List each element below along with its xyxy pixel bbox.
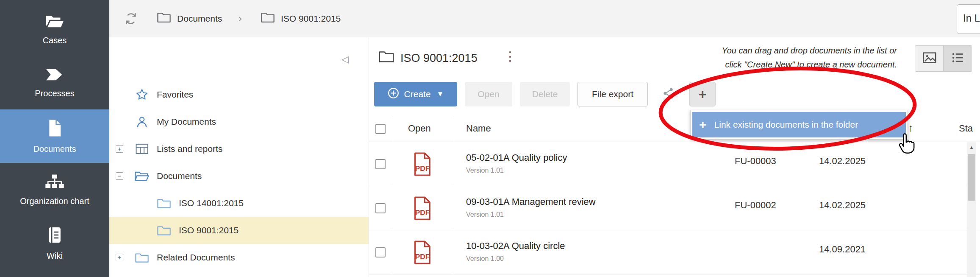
drag-drop-hint: You can drag and drop documents in the l… xyxy=(660,44,897,72)
tree-item-label: Related Documents xyxy=(157,252,235,263)
pdf-file-icon[interactable]: PDF xyxy=(413,241,432,266)
scrollbar-thumb[interactable] xyxy=(968,154,975,201)
document-date: 14.02.2025 xyxy=(819,156,866,167)
sort-ascending-icon[interactable]: ↑ xyxy=(908,122,913,134)
tree-item-iso9001-selected[interactable]: ISO 9001:2015 xyxy=(109,217,369,244)
sidebar-item-documents[interactable]: Documents xyxy=(0,109,109,163)
folder-icon xyxy=(157,12,171,25)
tree-item-label: My Documents xyxy=(157,117,216,127)
tree-item-iso14001[interactable]: ISO 14001:2015 xyxy=(109,190,369,217)
image-view-icon xyxy=(922,50,937,67)
sidebar-item-label: Processes xyxy=(35,89,74,98)
hint-line-2: click "Create New" to create a new docum… xyxy=(660,58,897,72)
document-version: Version 1.00 xyxy=(466,255,504,263)
row-checkbox[interactable] xyxy=(375,247,386,257)
search-input[interactable]: In L xyxy=(957,4,980,34)
toolbar: Create ▼ Open Delete File export + xyxy=(374,82,716,106)
breadcrumb-iso9001[interactable]: ISO 9001:2015 xyxy=(261,12,341,25)
tree-item-favorites[interactable]: Favorites xyxy=(109,81,369,108)
sidebar-item-label: Wiki xyxy=(47,251,63,260)
menu-item-link-existing[interactable]: + Link existing documents in the folder xyxy=(692,112,906,137)
tree-item-label: ISO 9001:2015 xyxy=(179,225,239,235)
document-name[interactable]: 05-02-01A Quality policy xyxy=(466,152,567,163)
pdf-file-icon[interactable]: PDF xyxy=(413,196,432,222)
table-row[interactable]: PDF 09-03-01A Management review Version … xyxy=(369,186,980,230)
tree-item-documents[interactable]: − Documents xyxy=(109,162,369,190)
document-id: FU-00002 xyxy=(735,200,776,211)
expand-plus-icon[interactable]: + xyxy=(116,254,123,261)
create-button-label: Create xyxy=(404,89,431,99)
column-header-open[interactable]: Open xyxy=(408,123,431,134)
row-checkbox[interactable] xyxy=(375,159,386,169)
pdf-label: PDF xyxy=(415,208,430,217)
person-icon xyxy=(134,115,150,128)
folder-icon xyxy=(134,252,150,263)
list-view-icon xyxy=(950,50,965,67)
create-button[interactable]: Create ▼ xyxy=(374,82,457,106)
tree-item-lists-and-reports[interactable]: + Lists and reports xyxy=(109,135,369,162)
collapse-minus-icon[interactable]: − xyxy=(116,172,123,180)
refresh-icon[interactable] xyxy=(124,11,138,26)
tree-item-label: Lists and reports xyxy=(157,144,222,154)
document-table: Open Name ↑ Sta PDF 05-02-01A Quality po… xyxy=(369,116,980,277)
tree-item-my-documents[interactable]: My Documents xyxy=(109,108,369,135)
document-name[interactable]: 09-03-01A Management review xyxy=(466,196,596,207)
column-divider xyxy=(393,116,393,274)
breadcrumb-label: Documents xyxy=(177,14,222,24)
tree-item-related-documents[interactable]: + Related Documents xyxy=(109,244,369,271)
folder-tree: Favorites My Documents + xyxy=(109,81,369,271)
kebab-menu-icon[interactable]: ⋮ xyxy=(504,49,516,64)
document-name[interactable]: 10-03-02A Quality circle xyxy=(466,241,565,252)
share-button[interactable] xyxy=(655,82,682,106)
link-documents-dropdown: + Link existing documents in the folder xyxy=(690,110,908,140)
menu-item-label: Link existing documents in the folder xyxy=(714,120,858,130)
scroll-up-arrow-icon[interactable]: ▲ xyxy=(967,142,976,152)
pdf-label: PDF xyxy=(415,164,430,173)
hint-line-1: You can drag and drop documents in the l… xyxy=(660,44,897,58)
tree-item-label: ISO 14001:2015 xyxy=(179,198,244,208)
breadcrumb-label: ISO 9001:2015 xyxy=(281,14,341,24)
tile-view-button[interactable] xyxy=(916,45,944,72)
column-header-status[interactable]: Sta xyxy=(959,123,973,134)
folder-icon xyxy=(261,12,275,25)
breadcrumb-chevron-icon: › xyxy=(238,12,242,25)
sidebar-item-cases[interactable]: Cases xyxy=(0,3,109,56)
expand-plus-icon[interactable]: + xyxy=(116,145,123,153)
collapse-panel-icon[interactable]: ◁ xyxy=(341,54,349,65)
cases-folder-icon xyxy=(45,14,64,31)
sidebar-item-processes[interactable]: Processes xyxy=(0,56,109,109)
row-checkbox[interactable] xyxy=(375,203,386,213)
tree-item-label: Documents xyxy=(157,171,202,181)
panel-title: ISO 9001:2015 xyxy=(400,52,478,65)
list-view-button[interactable] xyxy=(944,45,972,72)
document-id: FU-00003 xyxy=(735,156,776,167)
table-row[interactable]: PDF 05-02-01A Quality policy Version 1.0… xyxy=(369,142,980,186)
document-version: Version 1.01 xyxy=(466,167,504,174)
share-icon xyxy=(662,87,675,102)
processes-arrow-icon xyxy=(45,68,64,84)
sidebar-item-label: Cases xyxy=(43,36,67,45)
document-version: Version 1.01 xyxy=(466,211,504,218)
view-toggle-group xyxy=(916,45,972,72)
pdf-file-icon[interactable]: PDF xyxy=(413,152,432,178)
document-icon xyxy=(47,119,62,139)
lists-reports-icon xyxy=(134,143,150,155)
document-date: 14.02.2025 xyxy=(819,200,866,211)
plus-icon: + xyxy=(699,118,707,132)
delete-button[interactable]: Delete xyxy=(520,82,570,106)
folder-icon xyxy=(156,198,172,209)
column-header-name[interactable]: Name xyxy=(466,123,491,134)
sidebar-item-organization-chart[interactable]: Organization chart xyxy=(0,163,109,216)
breadcrumb-documents[interactable]: Documents xyxy=(157,12,222,25)
file-export-button[interactable]: File export xyxy=(577,82,648,106)
select-all-checkbox[interactable] xyxy=(375,124,386,134)
table-row[interactable]: PDF 10-03-02A Quality circle Version 1.0… xyxy=(369,230,980,274)
star-icon xyxy=(134,88,150,101)
open-button[interactable]: Open xyxy=(465,82,512,106)
vertical-scrollbar[interactable]: ▲ xyxy=(967,142,976,277)
open-folder-icon xyxy=(134,170,150,182)
folder-icon xyxy=(378,50,394,65)
app-root: Cases Processes Documents xyxy=(0,0,980,277)
sidebar-item-wiki[interactable]: Wiki xyxy=(0,216,109,270)
link-documents-button[interactable]: + xyxy=(689,82,716,106)
